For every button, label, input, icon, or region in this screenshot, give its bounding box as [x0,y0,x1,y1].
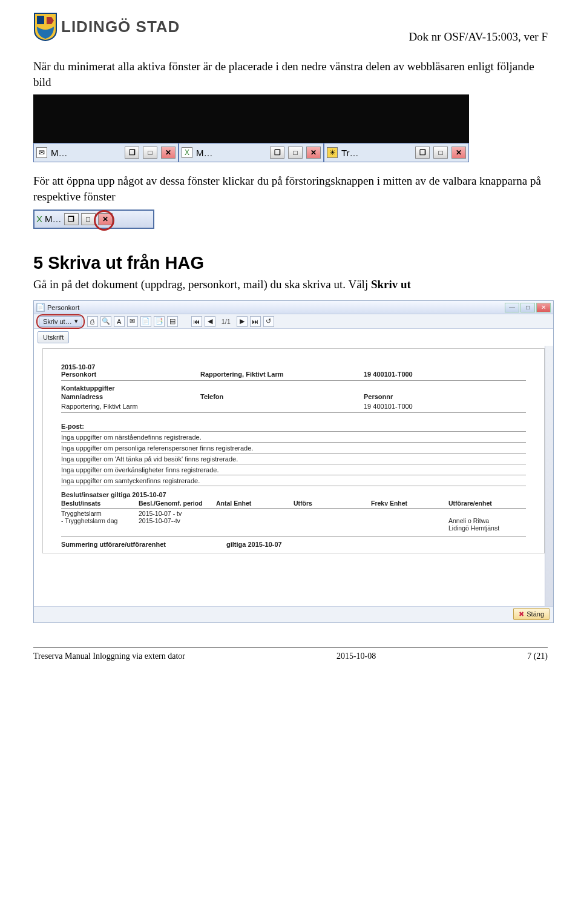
highlight-circle: Skriv ut…▾ [36,314,85,329]
section-label: Kontaktuppgifter [61,384,526,392]
chevron-down-icon: ▾ [74,317,78,325]
next-page-icon[interactable]: ▶ [237,316,248,327]
toolbar-icon[interactable]: ⎙ [87,316,98,327]
task-label: M… [196,148,266,158]
toolbar-icon[interactable]: A [114,316,125,327]
print-dropdown[interactable]: Skriv ut…▾ [39,316,82,327]
titlebar: 📄 Personkort — □ ✕ [34,301,553,314]
last-page-icon[interactable]: ⏭ [250,316,261,327]
task-item-1[interactable]: ✉ M… ❐ □ ✕ [33,143,179,162]
page-indicator: 1/1 [218,318,234,325]
section-heading: 5 Skriva ut från HAG [33,253,548,273]
doc-number: Dok nr OSF/AV-15:003, ver F [409,30,548,44]
doc-icon: 📄 [36,303,45,312]
footer-left: Treserva Manual Inloggning via extern da… [33,652,185,661]
task-label: Tr… [341,148,412,158]
footer-page: 7 (21) [527,652,548,661]
paragraph-1: När du minimerat alla aktiva fönster är … [33,59,548,90]
close-icon[interactable]: ✕ [161,147,176,159]
info-row: Inga uppgifter om överkänsligheter finns… [61,464,526,475]
print-button[interactable]: Utskrift [38,331,69,343]
svg-rect-0 [37,16,44,24]
close-button[interactable]: ✖ Stäng [513,608,550,620]
first-page-icon[interactable]: ⏮ [191,316,202,327]
paragraph-3: Gå in på det dokument (uppdrag, personko… [33,277,548,292]
info-row: Inga uppgifter om personliga referensper… [61,443,526,454]
toolbar-icon[interactable]: 📄 [140,316,151,327]
task-item-2[interactable]: X M… ❐ □ ✕ [179,143,324,162]
maximize-icon[interactable]: □ [433,147,448,159]
toolbar-icon[interactable]: ↺ [263,316,274,327]
info-row: Inga uppgifter om samtyckenfinns registr… [61,475,526,486]
highlight-circle [94,210,114,231]
scrollbar-vertical[interactable] [545,346,553,606]
minimize-icon[interactable]: — [505,303,519,312]
brand-logo: LIDINGÖ STAD [33,12,180,41]
paragraph-2: För att öppna upp något av dessa fönster… [33,173,548,204]
info-row: Inga uppgifter om närståendefinns regist… [61,432,526,443]
shield-icon [33,12,57,41]
page-header: LIDINGÖ STAD Dok nr OSF/AV-15:003, ver F [33,12,548,44]
page-footer: Treserva Manual Inloggning via extern da… [33,647,548,673]
close-icon[interactable]: ✕ [306,147,321,159]
close-icon: ✖ [519,610,524,618]
brand-text: LIDINGÖ STAD [61,18,180,36]
maximize-icon[interactable]: □ [143,147,157,159]
footer-date: 2015-10-08 [336,652,376,661]
restore-down-icon[interactable]: ❐ [270,147,284,159]
restore-down-icon[interactable]: ❐ [415,147,430,159]
task-label: M… [51,148,121,158]
app-icon: X [182,147,192,158]
maximize-icon[interactable]: □ [288,147,303,159]
task-label: M… [45,214,62,224]
close-icon[interactable]: ✕ [536,303,551,312]
maximize-icon[interactable]: □ [81,213,96,225]
app-icon: ☀ [327,147,338,158]
restore-down-icon[interactable]: ❐ [125,147,139,159]
toolbar-icon[interactable]: 📑 [154,316,165,327]
task-item-zoom[interactable]: X M… ❐ □ ✕ [33,210,154,229]
app-window: 📄 Personkort — □ ✕ Skriv ut…▾ ⎙ 🔍 A ✉ 📄 … [33,300,554,623]
close-icon[interactable]: ✕ [451,147,466,159]
section-label: Beslut/insatser giltiga 2015-10-07 [61,491,526,498]
app-icon: X [36,214,42,224]
toolbar-icon[interactable]: ▤ [167,316,178,327]
task-item-3[interactable]: ☀ Tr… ❐ □ ✕ [324,143,469,162]
epost-label: E-post: [61,413,526,432]
toolbar: Skriv ut…▾ ⎙ 🔍 A ✉ 📄 📑 ▤ ⏮ ◀ 1/1 ▶ ⏭ ↺ [34,314,553,329]
restore-down-icon[interactable]: ❐ [64,213,79,225]
window-title: Personkort [47,304,79,311]
taskbar-screenshot: ✉ M… ❐ □ ✕ X M… ❐ □ ✕ ☀ Tr… ❐ □ ✕ [33,94,548,162]
maximize-icon[interactable]: □ [520,303,535,312]
info-row: Inga uppgifter om 'Att tänka på vid besö… [61,454,526,464]
app-icon: ✉ [36,147,47,158]
toolbar-icon[interactable]: 🔍 [100,316,111,327]
doc-date: 2015-10-07 [61,363,526,371]
toolbar-icon[interactable]: ✉ [127,316,138,327]
document-viewport: 2015-10-07 Personkort Rapportering, Fikt… [34,346,553,606]
prev-page-icon[interactable]: ◀ [205,316,215,327]
